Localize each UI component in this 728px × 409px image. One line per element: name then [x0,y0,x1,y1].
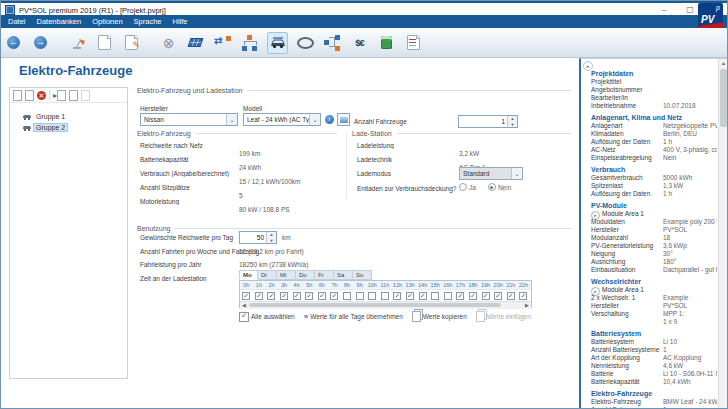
tab-day-sa[interactable]: Sa [334,270,353,280]
scrollbar-thumb[interactable] [249,303,501,307]
tree-item-gruppe-2[interactable]: Gruppe 2 [10,122,127,133]
tab-day-di[interactable]: Di [258,270,277,280]
scroll-up-icon[interactable]: ▲ [719,59,728,68]
radio-button-icon[interactable] [488,183,496,191]
paste-icon[interactable] [81,90,90,101]
shading-icon[interactable]: ⊗ [159,33,178,53]
summary-row: Auflösung der Daten1 h [591,138,717,146]
back-icon[interactable]: ← [4,33,23,53]
row-label: Motorleistung [140,198,239,205]
tab-day-mi[interactable]: Mi [277,270,296,280]
tree-item-gruppe-1[interactable]: Gruppe 1 [10,111,127,122]
summary-value: 180° [663,258,717,266]
new-project-icon[interactable] [95,33,114,53]
spinner-arrows-icon[interactable]: ▲▼ [507,116,517,127]
summary-label: Neigung [591,250,615,257]
summary-row: VerschaltungMPP 1: [591,310,717,318]
financial-analysis-icon[interactable]: $€ [350,33,369,53]
radio-button-icon[interactable] [459,183,467,191]
scrollbar-thumb[interactable] [720,69,727,127]
summary-section-title: Verbrauch [591,165,717,174]
summary-label: Projekttitel [591,78,621,85]
hersteller-dropdown[interactable]: Nissan ⌄ [140,113,238,126]
hour-checkbox-0h[interactable]: ✓ [242,292,250,300]
hour-checkbox-15h[interactable] [431,292,439,300]
hour-checkbox-2h[interactable]: ✓ [267,292,275,300]
hour-checkbox-21h[interactable]: ✓ [507,292,515,300]
reichweite-stepper[interactable]: 50 ▲▼ [239,231,277,244]
circuit-icon[interactable] [323,33,342,53]
calculator-icon[interactable] [377,33,396,53]
delete-group-icon[interactable]: ✕ [37,91,46,100]
anzahl-fahrzeuge-stepper[interactable]: 1 ▲▼ [458,115,518,128]
action-button-2[interactable]: Werte kopieren [412,311,467,322]
radio-ja[interactable]: Ja [459,183,476,191]
hour-checkbox-10h[interactable] [368,292,376,300]
apply-icon[interactable]: ▸ [53,90,66,101]
photo-icon[interactable] [337,113,350,126]
tab-day-so[interactable]: So [353,270,372,280]
consumers-icon[interactable] [240,33,259,53]
tab-day-mo[interactable]: Mo [239,270,258,280]
hour-checkbox-9h[interactable] [356,292,364,300]
hour-label: 17h [454,281,467,289]
scroll-left-icon[interactable]: ◀ [240,302,248,308]
hour-checkbox-19h[interactable]: ✓ [482,292,490,300]
hour-checkbox-8h[interactable] [343,292,351,300]
summary-section-title: Projektdaten [591,69,717,78]
modell-dropdown[interactable]: Leaf - 24 kWh (AC Typ 1 @ 3,2 ⌄ [243,113,321,126]
hour-checkbox-11h[interactable] [381,292,389,300]
hour-checkbox-3h[interactable]: ✓ [280,292,288,300]
report-icon[interactable] [404,33,423,53]
radio-label: Ja [469,184,476,191]
hour-checkbox-13h[interactable]: ✓ [406,292,414,300]
pv-sol-logo: p PV [698,3,723,28]
summary-label: Batterie [591,370,613,377]
menu-item-optionen[interactable]: Optionen [92,17,122,26]
action-button-1[interactable]: »Werte für alle Tage übernehmen [304,312,403,321]
pv-modules-icon[interactable] [186,33,205,53]
tab-day-fr[interactable]: Fr [315,270,334,280]
copy-icon[interactable] [69,90,78,101]
hour-checkbox-5h[interactable]: ✓ [305,292,313,300]
menu-item-datei[interactable]: Datei [8,17,26,26]
edit-project-icon[interactable]: ✎ [122,33,141,53]
summary-value: Example poly 200 W [663,218,717,226]
forward-icon[interactable]: → [31,33,50,53]
modell-label: Modell [243,105,262,112]
action-label: Werte einfügen [487,313,531,320]
scroll-right-icon[interactable]: ▶ [523,302,531,308]
summary-group-row: ▸Module Area 1 [591,286,717,294]
hour-checkbox-4h[interactable]: ✓ [293,292,301,300]
hour-checkbox-20h[interactable]: ✓ [494,292,502,300]
tab-day-do[interactable]: Do [296,270,315,280]
hour-checkbox-12h[interactable]: ✓ [393,292,401,300]
menu-item-hilfe[interactable]: Hilfe [173,17,188,26]
hour-grid-scrollbar[interactable]: ◀ ▶ [240,301,531,309]
cabling-icon[interactable] [296,33,315,53]
hour-checkbox-22h[interactable]: ✓ [519,292,527,300]
hour-checkbox-18h[interactable]: ✓ [469,292,477,300]
radio-nein[interactable]: Nein [488,183,511,191]
hour-label: 4h [290,281,303,289]
summary-row: Gesamtverbrauch5000 kWh [591,174,717,182]
summary-scrollbar[interactable]: ▲ [718,59,728,409]
spinner-arrows-icon[interactable]: ▲▼ [266,232,276,243]
menu-item-sprache[interactable]: Sprache [134,17,162,26]
info-icon[interactable]: i [325,115,334,124]
hour-checkbox-14h[interactable]: ✓ [419,292,427,300]
lademodus-dropdown[interactable]: Standard ⌄ [459,167,523,180]
hour-checkbox-6h[interactable]: ✓ [318,292,326,300]
hour-checkbox-17h[interactable]: ✓ [456,292,464,300]
electric-vehicles-icon[interactable] [267,32,288,54]
new-group-icon[interactable] [13,90,22,101]
hour-checkbox-1h[interactable]: ✓ [255,292,263,300]
menu-item-datenbanken[interactable]: Datenbanken [37,17,82,26]
project-assistant-icon[interactable] [68,33,87,53]
hour-checkbox-7h[interactable]: ✓ [330,292,338,300]
hour-checkbox-16h[interactable] [444,292,452,300]
system-diagram-icon[interactable]: ⇄ [213,33,232,53]
action-button-0[interactable]: ✓Alle auswählen [239,312,295,322]
summary-label: Inbetriebnahme [591,102,636,109]
copy-group-icon[interactable] [25,90,34,101]
